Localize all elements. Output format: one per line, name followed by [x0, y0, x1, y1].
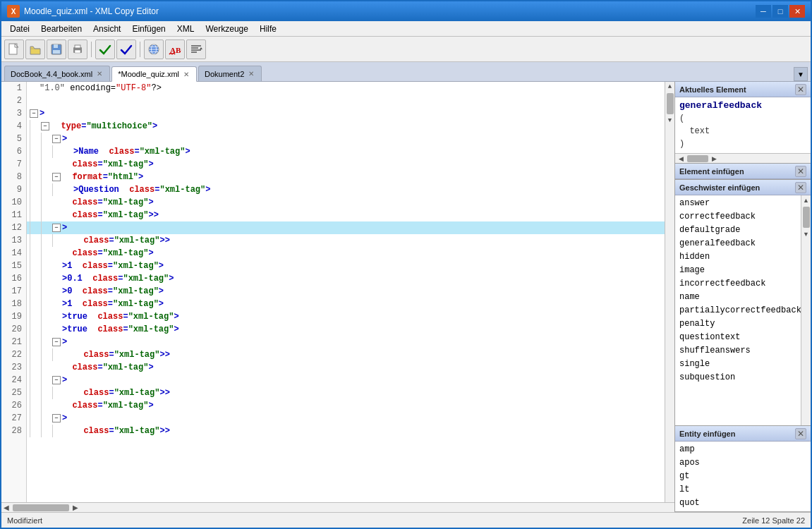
entity-item-gt[interactable]: gt	[675, 470, 811, 483]
siblings-scroll-thumb[interactable]	[803, 207, 810, 228]
element-insert-close[interactable]: ✕	[795, 166, 806, 177]
siblings-scroll-up[interactable]: ▲	[801, 195, 811, 205]
scroll-thumb-v[interactable]	[667, 93, 674, 114]
sibling-item-correctfeedback[interactable]: correctfeedback	[675, 210, 801, 224]
fold-btn-5[interactable]: −	[52, 135, 61, 143]
spellcheck-button[interactable]: ABC	[165, 39, 185, 59]
menu-hilfe[interactable]: Hilfe	[254, 23, 282, 35]
code-line-3[interactable]: −>	[27, 107, 665, 120]
code-line-2[interactable]	[27, 95, 665, 107]
fold-btn-8[interactable]: −	[52, 173, 61, 181]
entity-item-quot[interactable]: quot	[675, 497, 811, 510]
maximize-button[interactable]: □	[772, 5, 788, 18]
fold-btn-12[interactable]: −	[52, 224, 61, 232]
sibling-item-single[interactable]: single	[675, 358, 801, 371]
sibling-item-name[interactable]: name	[675, 291, 801, 304]
current-element-close[interactable]: ✕	[795, 84, 806, 95]
sibling-insert-close[interactable]: ✕	[795, 182, 806, 193]
code-line-14[interactable]: class="xml-tag">	[27, 247, 665, 260]
scroll-left-btn[interactable]: ◀	[1, 504, 11, 511]
code-line-11[interactable]: class="xml-tag">>	[27, 209, 665, 221]
tab-dokument2[interactable]: Dokument2 ✕	[198, 66, 262, 81]
code-line-28[interactable]: class="xml-tag">>	[27, 425, 665, 437]
code-line-7[interactable]: class="xml-tag">	[27, 158, 665, 171]
tab-moodle-close[interactable]: ✕	[182, 71, 190, 78]
sibling-item-partiallycorrectfeedback[interactable]: partiallycorrectfeedback	[675, 304, 801, 317]
panel-scroll-right[interactable]: ▶	[710, 155, 719, 162]
code-lines[interactable]: "1.0" encoding="UTF-8"?>−> − type="multi…	[27, 82, 665, 502]
code-line-6[interactable]: >Name class="xml-tag">	[27, 145, 665, 158]
sibling-item-defaultgrade[interactable]: defaultgrade	[675, 224, 801, 237]
fold-btn-27[interactable]: −	[52, 414, 61, 422]
format-button[interactable]	[186, 39, 206, 59]
editor-vertical-scrollbar[interactable]: ▲ ▼	[665, 82, 674, 502]
code-line-24[interactable]: −>	[27, 374, 665, 387]
code-line-13[interactable]: class="xml-tag">>	[27, 234, 665, 247]
code-line-27[interactable]: −>	[27, 412, 665, 425]
menu-ansicht[interactable]: Ansicht	[87, 23, 126, 35]
tabs-dropdown-arrow[interactable]: ▼	[794, 67, 808, 81]
menu-werkzeuge[interactable]: Werkzeuge	[200, 23, 253, 35]
close-button[interactable]: ✕	[789, 5, 805, 18]
print-button[interactable]	[68, 39, 87, 59]
entity-item-lt[interactable]: lt	[675, 483, 811, 497]
tab-dokument2-close[interactable]: ✕	[247, 70, 255, 78]
new-button[interactable]	[4, 39, 24, 59]
code-line-25[interactable]: class="xml-tag">>	[27, 387, 665, 399]
entity-list[interactable]: ampaposgtltquot	[675, 442, 811, 511]
code-line-9[interactable]: >Question class="xml-tag">	[27, 183, 665, 196]
sibling-item-penalty[interactable]: penalty	[675, 317, 801, 331]
code-line-22[interactable]: class="xml-tag">>	[27, 348, 665, 361]
code-line-8[interactable]: − format="html">	[27, 171, 665, 183]
panel-scroll-thumb[interactable]	[687, 155, 708, 162]
code-editor[interactable]: 1234567891011121314151617181920212223242…	[1, 82, 674, 502]
sibling-item-generalfeedback[interactable]: generalfeedback	[675, 237, 801, 250]
code-line-18[interactable]: >1 class="xml-tag">	[27, 298, 665, 310]
code-line-21[interactable]: −>	[27, 336, 665, 348]
code-line-20[interactable]: >true class="xml-tag">	[27, 323, 665, 336]
scroll-up-btn[interactable]: ▲	[667, 82, 673, 92]
code-line-10[interactable]: class="xml-tag">	[27, 196, 665, 209]
code-line-4[interactable]: − type="multichoice">	[27, 120, 665, 133]
scroll-thumb-h[interactable]	[13, 504, 69, 511]
sibling-item-questiontext[interactable]: questiontext	[675, 331, 801, 344]
entity-item-apos[interactable]: apos	[675, 456, 811, 470]
check-button-1[interactable]	[95, 39, 115, 59]
entity-insert-close[interactable]: ✕	[795, 428, 806, 439]
menu-einfuegen[interactable]: Einfügen	[126, 23, 171, 35]
check-button-2[interactable]	[116, 39, 136, 59]
tab-docbook-close[interactable]: ✕	[95, 70, 104, 78]
entity-item-amp[interactable]: amp	[675, 443, 811, 456]
sibling-item-hidden[interactable]: hidden	[675, 250, 801, 264]
code-line-23[interactable]: class="xml-tag">	[27, 361, 665, 374]
sibling-item-shuffleanswers[interactable]: shuffleanswers	[675, 344, 801, 358]
open-button[interactable]	[25, 39, 45, 59]
menu-xml[interactable]: XML	[171, 23, 200, 35]
code-line-16[interactable]: >0.1 class="xml-tag">	[27, 272, 665, 285]
sibling-item-subquestion[interactable]: subquestion	[675, 371, 801, 384]
current-element-scrollbar[interactable]: ◀ ▶	[675, 153, 811, 163]
fold-btn-4[interactable]: −	[41, 122, 49, 130]
globe-button[interactable]	[144, 39, 164, 59]
sibling-item-incorrectfeedback[interactable]: incorrectfeedback	[675, 277, 801, 291]
code-line-12[interactable]: −>	[27, 221, 665, 234]
minimize-button[interactable]: ─	[756, 5, 771, 18]
fold-btn-21[interactable]: −	[52, 338, 61, 346]
code-line-1[interactable]: "1.0" encoding="UTF-8"?>	[27, 82, 665, 95]
panel-scroll-left[interactable]: ◀	[677, 155, 686, 162]
code-line-5[interactable]: −>	[27, 133, 665, 145]
save-button[interactable]	[47, 39, 66, 59]
sibling-item-answer[interactable]: answer	[675, 197, 801, 210]
menu-bearbeiten[interactable]: Bearbeiten	[35, 23, 87, 35]
siblings-scrollbar[interactable]: ▲ ▼	[801, 195, 811, 425]
fold-btn-24[interactable]: −	[52, 376, 61, 384]
fold-btn-3[interactable]: −	[30, 109, 38, 118]
siblings-scroll-down[interactable]: ▼	[801, 229, 811, 239]
sibling-item-image[interactable]: image	[675, 264, 801, 277]
scroll-right-btn[interactable]: ▶	[71, 504, 80, 511]
tab-moodle[interactable]: *Moodle_quiz.xml ✕	[111, 66, 197, 82]
siblings-list[interactable]: answercorrectfeedbackdefaultgradegeneral…	[675, 195, 801, 425]
scroll-down-btn[interactable]: ▼	[667, 116, 673, 126]
code-line-19[interactable]: >true class="xml-tag">	[27, 310, 665, 323]
code-line-15[interactable]: >1 class="xml-tag">	[27, 260, 665, 272]
